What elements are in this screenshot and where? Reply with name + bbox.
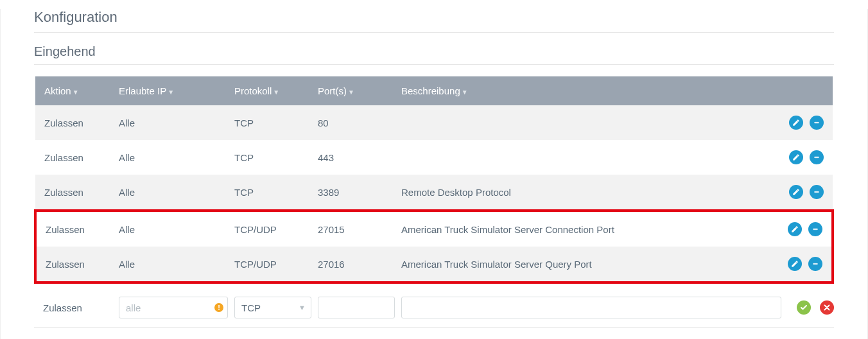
- svg-rect-0: [815, 122, 819, 123]
- add-rule-ports-field[interactable]: [318, 297, 395, 318]
- edit-icon: [792, 153, 800, 161]
- close-icon: [823, 304, 831, 311]
- cell-ports: 27016: [311, 247, 395, 282]
- confirm-add-button[interactable]: [797, 300, 811, 315]
- edit-icon: [791, 225, 799, 233]
- remove-button[interactable]: [810, 150, 824, 164]
- add-rule-description-input[interactable]: [402, 297, 781, 318]
- remove-icon: [813, 188, 820, 196]
- header-action[interactable]: Aktion▼: [35, 76, 112, 105]
- cell-protocol: TCP: [228, 175, 311, 211]
- add-rule-protocol-value: TCP: [241, 302, 261, 313]
- check-icon: [800, 304, 808, 311]
- sort-icon: ▼: [348, 89, 354, 96]
- svg-rect-1: [815, 157, 819, 158]
- cancel-add-button[interactable]: [820, 300, 834, 315]
- table-row: ZulassenAlleTCP3389Remote Desktop Protoc…: [35, 175, 833, 211]
- sort-icon: ▼: [462, 89, 468, 96]
- cell-protocol: TCP: [228, 105, 311, 140]
- cell-ip: Alle: [112, 140, 228, 175]
- subsection-title: Eingehend: [34, 44, 834, 65]
- table-header-row: Aktion▼ Erlaubte IP▼ Protokoll▼ Port(s)▼…: [35, 76, 833, 105]
- cell-action: Zulassen: [35, 105, 112, 140]
- remove-icon: [812, 260, 819, 268]
- cell-ip: Alle: [112, 247, 228, 282]
- cell-protocol: TCP: [228, 140, 311, 175]
- header-ports[interactable]: Port(s)▼: [311, 76, 395, 105]
- header-protocol[interactable]: Protokoll▼: [228, 76, 311, 105]
- cell-action: Zulassen: [35, 247, 112, 282]
- remove-button[interactable]: [808, 257, 822, 271]
- sort-icon: ▼: [273, 89, 279, 96]
- edit-icon: [792, 119, 800, 126]
- cell-description: American Truck Simulator Server Query Po…: [395, 247, 775, 282]
- cell-action: Zulassen: [35, 175, 112, 211]
- rules-table: Aktion▼ Erlaubte IP▼ Protokoll▼ Port(s)▼…: [34, 76, 834, 284]
- add-rule-row: Zulassen ! TCP ▼: [34, 289, 834, 328]
- add-rule-protocol-select[interactable]: TCP ▼: [234, 297, 311, 318]
- edit-icon: [792, 188, 800, 196]
- cell-ip: Alle: [112, 105, 228, 140]
- edit-button[interactable]: [789, 185, 803, 199]
- cell-ip: Alle: [112, 211, 228, 247]
- header-ip[interactable]: Erlaubte IP▼: [112, 76, 228, 105]
- table-row: ZulassenAlleTCP/UDP27015American Truck S…: [35, 211, 833, 247]
- add-rule-ip-input[interactable]: [119, 297, 214, 318]
- cell-protocol: TCP/UDP: [228, 211, 311, 247]
- remove-button[interactable]: [810, 185, 824, 199]
- add-rule-description-field[interactable]: [401, 297, 781, 318]
- remove-button[interactable]: [808, 222, 822, 236]
- add-rule-action-label: Zulassen: [34, 302, 112, 313]
- remove-icon: [813, 153, 820, 161]
- cell-description: [395, 105, 775, 140]
- cell-protocol: TCP/UDP: [228, 247, 311, 282]
- cell-ports: 80: [311, 105, 395, 140]
- cell-action: Zulassen: [35, 140, 112, 175]
- edit-button[interactable]: [788, 222, 802, 236]
- header-description[interactable]: Beschreibung▼: [395, 76, 775, 105]
- edit-button[interactable]: [788, 257, 802, 271]
- add-rule-ports-input[interactable]: [318, 297, 394, 318]
- sort-icon: ▼: [168, 89, 174, 96]
- remove-icon: [812, 225, 819, 233]
- sort-icon: ▼: [73, 89, 79, 96]
- edit-button[interactable]: [789, 116, 803, 130]
- table-row: ZulassenAlleTCP443: [35, 140, 833, 175]
- svg-rect-4: [813, 263, 818, 265]
- cell-ports: 3389: [311, 175, 395, 211]
- add-rule-ip-field[interactable]: !: [119, 297, 228, 318]
- cell-ip: Alle: [112, 175, 228, 211]
- chevron-down-icon: ▼: [299, 304, 306, 311]
- table-row: ZulassenAlleTCP80: [35, 105, 833, 140]
- svg-rect-2: [815, 191, 819, 193]
- edit-icon: [791, 260, 799, 268]
- cell-action: Zulassen: [35, 211, 112, 247]
- cell-description: Remote Desktop Protocol: [395, 175, 775, 211]
- table-row: ZulassenAlleTCP/UDP27016American Truck S…: [35, 247, 833, 282]
- cell-ports: 443: [311, 140, 395, 175]
- section-title: Konfiguration: [34, 9, 834, 33]
- edit-button[interactable]: [789, 150, 803, 164]
- warning-icon: !: [214, 303, 223, 312]
- remove-button[interactable]: [810, 116, 824, 130]
- remove-icon: [813, 119, 820, 126]
- cell-description: American Truck Simulator Server Connecti…: [395, 211, 775, 247]
- svg-rect-3: [813, 229, 818, 230]
- cell-description: [395, 140, 775, 175]
- cell-ports: 27015: [311, 211, 395, 247]
